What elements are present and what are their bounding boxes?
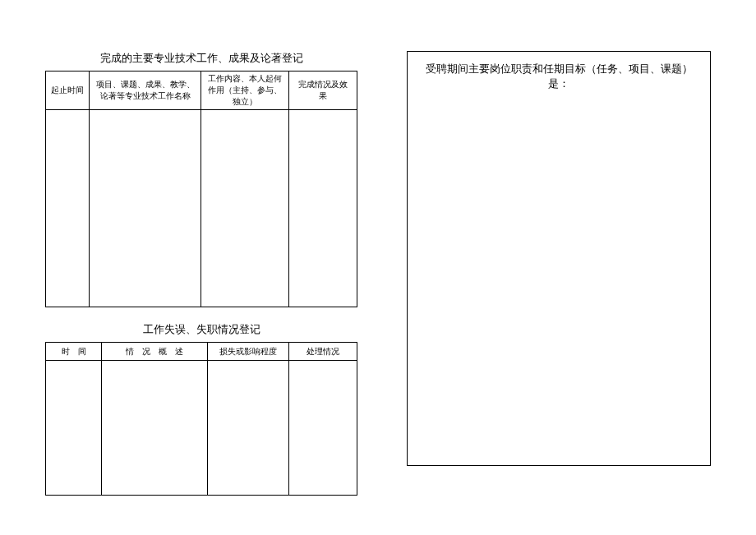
th-result: 完成情况及效 果 <box>288 71 357 110</box>
section1-title: 完成的主要专业技术工作、成果及论著登记 <box>45 51 357 66</box>
section2-title: 工作失误、失职情况登记 <box>45 322 357 337</box>
responsibilities-box: 受聘期间主要岗位职责和任期目标（任务、项目、课题）是： <box>407 51 711 466</box>
cell-empty <box>102 361 208 496</box>
spacer <box>45 307 357 322</box>
th-name: 项目、课题、成果、教学、论著等专业技术工作名称 <box>90 71 201 110</box>
table-row <box>46 110 357 307</box>
table-completed-work: 起止时间 项目、课题、成果、教学、论著等专业技术工作名称 工作内容、本人起何作用… <box>45 71 357 307</box>
table-header-row: 时 间 情 况 概 述 损失或影响程度 处理情况 <box>46 343 357 361</box>
th-handling: 处理情况 <box>288 343 357 361</box>
th-desc: 情 况 概 述 <box>102 343 208 361</box>
table-mistakes: 时 间 情 况 概 述 损失或影响程度 处理情况 <box>45 342 357 496</box>
cell-empty <box>288 361 357 496</box>
cell-empty <box>201 110 288 307</box>
right-column: 受聘期间主要岗位职责和任期目标（任务、项目、课题）是： <box>407 51 711 502</box>
cell-empty <box>46 110 90 307</box>
table-row <box>46 361 357 496</box>
cell-empty <box>288 110 357 307</box>
th-time: 时 间 <box>46 343 102 361</box>
cell-empty <box>46 361 102 496</box>
th-role: 工作内容、本人起何作用（主持、参与、独立） <box>201 71 288 110</box>
th-time: 起止时间 <box>46 71 90 110</box>
table-header-row: 起止时间 项目、课题、成果、教学、论著等专业技术工作名称 工作内容、本人起何作用… <box>46 71 357 110</box>
th-impact: 损失或影响程度 <box>208 343 289 361</box>
cell-empty <box>90 110 201 307</box>
box-title: 受聘期间主要岗位职责和任期目标（任务、项目、课题）是： <box>417 62 700 91</box>
left-column: 完成的主要专业技术工作、成果及论著登记 起止时间 项目、课题、成果、教学、论著等… <box>45 51 357 502</box>
cell-empty <box>208 361 289 496</box>
